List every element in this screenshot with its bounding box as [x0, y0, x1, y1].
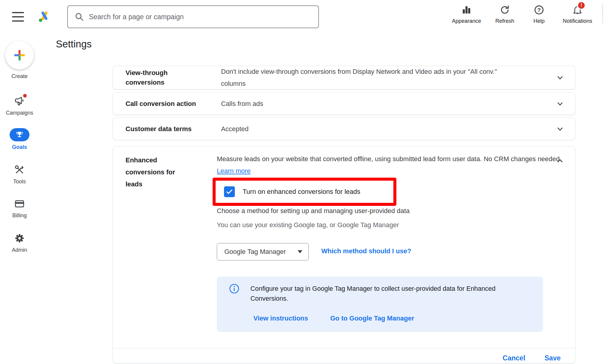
page-title: Settings: [56, 38, 92, 50]
setting-row-customer-data-terms[interactable]: Customer data terms Accepted: [113, 118, 575, 140]
footer-divider: [113, 348, 575, 348]
hamburger-icon: [12, 12, 24, 13]
view-instructions-link[interactable]: View instructions: [253, 314, 308, 322]
goals-label: Goals: [12, 144, 27, 150]
topbar-divider: [602, 4, 603, 23]
sidebar-item-campaigns[interactable]: Campaigns: [0, 95, 39, 116]
help-label: Help: [533, 18, 544, 24]
setting-row-value: Accepted: [221, 123, 508, 135]
setting-row-label: Call conversion action: [126, 99, 198, 109]
sidebar-item-billing[interactable]: Billing: [0, 198, 39, 219]
search-bar[interactable]: [67, 5, 319, 28]
info-banner: Configure your tag in Google Tag Manager…: [217, 277, 543, 332]
setting-row-label: View-through conversions: [126, 68, 198, 87]
admin-label: Admin: [12, 247, 27, 253]
dropdown-arrow-icon: [298, 250, 302, 253]
method-select-dropdown[interactable]: Google Tag Manager: [217, 243, 309, 260]
search-input[interactable]: [89, 13, 312, 21]
help-icon: ?: [533, 4, 545, 16]
multicolor-plus-icon: [13, 48, 26, 62]
learn-more-link[interactable]: Learn more: [217, 167, 251, 175]
card-footer: Cancel Save: [503, 354, 561, 362]
campaigns-label: Campaigns: [6, 110, 33, 116]
setting-row-call-conversion-action[interactable]: Call conversion action Calls from ads: [113, 92, 575, 115]
sidebar-item-tools[interactable]: Tools: [0, 164, 39, 185]
appearance-label: Appearance: [452, 18, 481, 24]
topbar-actions: Appearance Refresh ? Help: [452, 4, 592, 24]
main-menu-button[interactable]: [12, 12, 24, 22]
create-circle[interactable]: [5, 41, 34, 70]
setting-row-label: Customer data terms: [126, 124, 198, 134]
trophy-icon: [15, 130, 24, 139]
create-button[interactable]: Create: [0, 41, 39, 80]
search-icon: [74, 12, 84, 22]
method-heading: Choose a method for setting up and manag…: [217, 207, 410, 215]
setting-row-label: Enhanced conversions for leads: [126, 154, 193, 190]
google-ads-settings-page: Appearance Refresh ? Help: [0, 0, 615, 364]
create-label: Create: [11, 73, 28, 80]
goals-selected-pill[interactable]: [10, 128, 29, 141]
save-button[interactable]: Save: [544, 354, 561, 362]
svg-text:?: ?: [537, 7, 541, 13]
checkmark-icon: [225, 188, 234, 196]
tools-label: Tools: [13, 179, 26, 185]
annotation-highlight-box: Turn on enhanced conversions for leads: [213, 178, 396, 206]
billing-label: Billing: [12, 212, 27, 219]
appearance-button[interactable]: Appearance: [452, 4, 481, 24]
setting-row-value: Don't include view-through conversions f…: [221, 66, 508, 90]
sidebar-item-goals[interactable]: Goals: [0, 128, 39, 150]
tools-icon: [14, 164, 25, 176]
notifications-label: Notifications: [563, 18, 592, 24]
notification-badge: !: [577, 1, 586, 10]
refresh-label: Refresh: [495, 18, 514, 24]
google-ads-logo-icon[interactable]: [37, 10, 52, 24]
setting-row-view-through-conversions[interactable]: View-through conversions Don't include v…: [113, 66, 575, 89]
setting-row-value: Calls from ads: [221, 98, 508, 110]
cancel-button[interactable]: Cancel: [503, 354, 525, 362]
info-banner-text: Configure your tag in Google Tag Manager…: [250, 284, 534, 304]
method-select-value: Google Tag Manager: [224, 248, 286, 256]
chevron-down-icon[interactable]: [555, 99, 565, 109]
which-method-link[interactable]: Which method should I use?: [321, 247, 411, 255]
enhanced-conversions-for-leads-card: Enhanced conversions for leads Measure l…: [113, 146, 575, 363]
notifications-bell-icon: !: [572, 4, 583, 16]
help-button[interactable]: ? Help: [529, 4, 550, 24]
hamburger-icon: [12, 16, 24, 17]
refresh-icon: [499, 4, 510, 16]
chevron-down-icon[interactable]: [555, 124, 565, 134]
enhanced-description: Measure leads on your website that conve…: [217, 153, 562, 177]
campaigns-alert-dot: [23, 94, 27, 98]
checkbox-label[interactable]: Turn on enhanced conversions for leads: [243, 188, 360, 196]
chevron-down-icon[interactable]: [555, 73, 565, 83]
admin-gear-icon: [14, 233, 25, 244]
info-icon: [229, 283, 240, 294]
appearance-icon: [461, 4, 472, 16]
enhanced-conversions-checkbox[interactable]: [224, 186, 235, 197]
go-to-gtm-link[interactable]: Go to Google Tag Manager: [330, 314, 414, 322]
refresh-button[interactable]: Refresh: [494, 4, 515, 24]
chevron-up-icon[interactable]: [555, 156, 565, 166]
notifications-button[interactable]: ! Notifications: [563, 4, 592, 24]
method-subtext: You can use your existing Google tag, or…: [217, 221, 399, 229]
hamburger-icon: [12, 20, 24, 22]
enhanced-description-text: Measure leads on your website that conve…: [217, 155, 562, 163]
sidebar-item-admin[interactable]: Admin: [0, 232, 39, 253]
billing-icon: [14, 198, 25, 209]
